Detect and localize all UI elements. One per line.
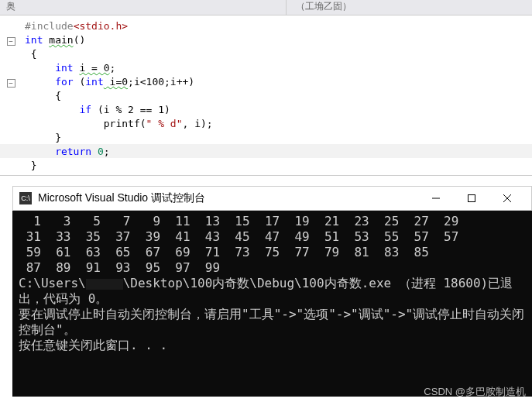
code-line-4: int i = 0; [0,60,532,74]
tab-bar: 奥 （工埆乙固） [0,0,532,15]
code-line-1: #include<stdio.h> [0,19,532,33]
code-line-9: } [0,130,532,144]
exit-message: C:\Users\\Desktop\100内奇数\Debug\100内奇数.ex… [19,276,526,307]
code-line-5: − for (int i=0;i<100;i++) [0,74,532,88]
output-row: 1 3 5 7 9 11 13 15 17 19 21 23 25 27 29 [19,214,526,229]
code-line-10: return 0; [0,144,532,158]
tab-right[interactable]: （工埆乙固） [287,0,532,15]
code-line-8: printf(" % d", i); [0,116,532,130]
redacted-username [86,279,123,290]
close-button[interactable] [489,187,525,210]
fold-icon[interactable]: − [7,37,15,46]
tab-left[interactable]: 奥 [0,0,287,15]
press-key-message: 按任意键关闭此窗口. . . [19,338,526,353]
console-output[interactable]: 1 3 5 7 9 11 13 15 17 19 21 23 25 27 29 … [12,211,532,397]
minimize-button[interactable] [418,187,454,210]
console-window: C:\ Microsoft Visual Studio 调试控制台 1 3 5 … [12,186,532,397]
maximize-button[interactable] [454,187,489,210]
output-row: 87 89 91 93 95 97 99 [19,260,526,276]
watermark: CSDN @多巴胺制造机 [424,385,526,399]
code-line-6: { [0,88,532,102]
hint-message: 要在调试停止时自动关闭控制台，请启用"工具"->"选项"->"调试"->"调试停… [19,307,526,338]
console-app-icon: C:\ [19,192,32,204]
code-editor[interactable]: #include<stdio.h> − int main() { int i =… [0,15,532,176]
code-line-2: − int main() [0,33,532,46]
console-titlebar[interactable]: C:\ Microsoft Visual Studio 调试控制台 [12,186,532,211]
output-row: 31 33 35 37 39 41 43 45 47 49 51 53 55 5… [19,229,526,245]
svg-rect-1 [469,195,475,202]
code-line-11: } [0,158,532,172]
fold-icon[interactable]: − [7,79,15,88]
code-line-7: if (i % 2 == 1) [0,102,532,116]
code-line-3: { [0,46,532,60]
console-title: Microsoft Visual Studio 调试控制台 [38,191,418,205]
output-row: 59 61 63 65 67 69 71 73 75 77 79 81 83 8… [19,245,526,260]
